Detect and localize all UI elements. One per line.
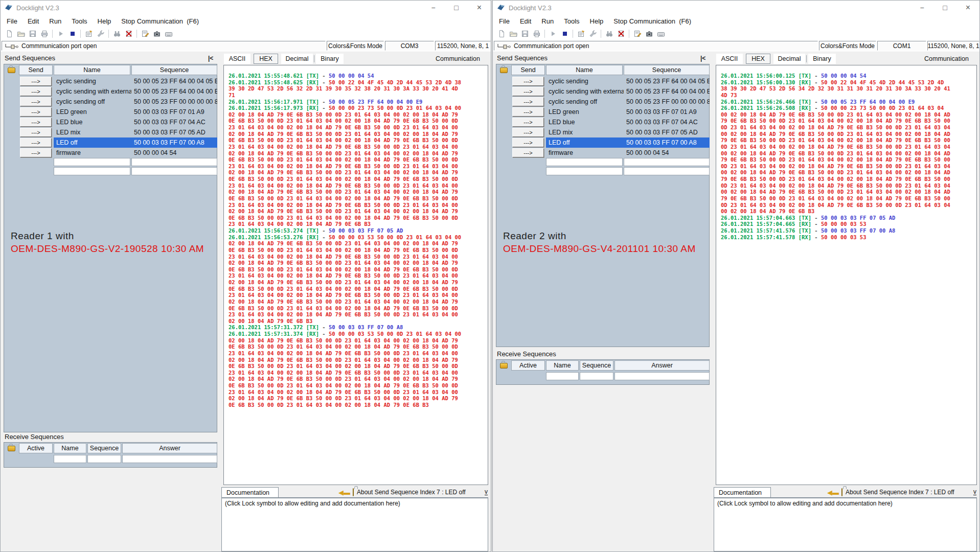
empty-receive-input[interactable] xyxy=(87,455,121,463)
column-header-name[interactable]: Name xyxy=(546,360,579,371)
clear-communication-icon[interactable] xyxy=(615,29,627,39)
communication-log[interactable]: 26.01.2021 15:56:00.125 [TX] - 50 00 00 … xyxy=(716,65,977,485)
lock-icon[interactable] xyxy=(8,67,15,73)
open-folder-icon[interactable] xyxy=(507,29,519,39)
sequence-bytes-cell[interactable]: 50 00 03 03 FF 07 05 AD xyxy=(131,127,217,137)
sequence-name-cell[interactable]: LED green xyxy=(54,107,131,117)
empty-sequence-input[interactable] xyxy=(131,167,217,175)
sequence-name-cell[interactable]: LED mix xyxy=(546,127,624,137)
documentation-text-area[interactable]: (Click Lock symbol to allow editing and … xyxy=(221,498,488,551)
tab-decimal[interactable]: Decimal xyxy=(281,54,313,64)
send-sequence-button[interactable]: ---> xyxy=(512,148,544,157)
sequence-bytes-cell[interactable]: 50 00 03 03 FF 07 01 A9 xyxy=(131,107,217,117)
play-icon[interactable] xyxy=(547,29,559,39)
sequence-bytes-cell[interactable]: 50 00 05 23 FF 64 00 04 05 EC xyxy=(624,76,710,86)
sequence-bytes-cell[interactable]: 50 00 05 23 FF 00 00 00 00 89 xyxy=(624,97,710,107)
empty-name-input[interactable] xyxy=(546,158,623,166)
sequence-bytes-cell[interactable]: 50 00 03 03 FF 07 00 A8 xyxy=(624,137,710,148)
sequence-bytes-cell[interactable]: 50 00 03 03 FF 07 05 AD xyxy=(624,127,710,137)
column-header-sequence[interactable]: Sequence xyxy=(87,443,121,453)
sequence-bytes-cell[interactable]: 50 00 03 03 FF 07 04 AC xyxy=(624,117,710,127)
sequence-name-cell[interactable]: cyclic sending xyxy=(546,76,624,86)
keyboard-console-icon[interactable] xyxy=(655,29,667,39)
save-icon[interactable] xyxy=(27,29,38,39)
tab-ascii[interactable]: ASCII xyxy=(716,54,743,64)
back-arrow-icon[interactable]: ◀▬ xyxy=(338,489,350,496)
sequence-properties-icon[interactable] xyxy=(575,29,587,39)
empty-name-input[interactable] xyxy=(54,158,130,166)
tab-binary[interactable]: Binary xyxy=(808,54,836,64)
sequence-name-cell[interactable]: LED off xyxy=(546,137,624,148)
options-wrench-icon[interactable] xyxy=(95,29,106,39)
sequence-properties-icon[interactable] xyxy=(83,29,95,39)
tab-decimal[interactable]: Decimal xyxy=(773,54,805,64)
maximize-button[interactable]: □ xyxy=(445,1,468,15)
lock-icon[interactable] xyxy=(353,488,354,496)
menu-item-edit[interactable]: Edit xyxy=(22,17,44,25)
sequence-bytes-cell[interactable]: 50 00 05 23 FF 64 00 04 00 E9 xyxy=(624,86,710,97)
sequence-name-cell[interactable]: LED off xyxy=(54,137,131,148)
sequence-name-cell[interactable]: cyclic sending with external L... xyxy=(546,86,624,97)
snapshot-camera-icon[interactable] xyxy=(643,29,655,39)
tab-binary[interactable]: Binary xyxy=(316,54,344,64)
sequence-name-cell[interactable]: cyclic sending xyxy=(54,76,131,86)
send-sequence-button[interactable]: ---> xyxy=(20,97,52,106)
find-binoculars-icon[interactable] xyxy=(603,29,615,39)
menu-item-help[interactable]: Help xyxy=(93,17,117,25)
tab-hex[interactable]: HEX xyxy=(254,54,278,64)
menu-item-run[interactable]: Run xyxy=(536,17,559,25)
empty-receive-input[interactable] xyxy=(580,372,613,380)
sequence-name-cell[interactable]: LED blue xyxy=(546,117,624,127)
lock-icon[interactable] xyxy=(500,363,508,369)
edit-notes-icon[interactable] xyxy=(631,29,643,39)
column-header-send[interactable]: Send xyxy=(19,65,53,75)
documentation-collapse-button[interactable]: v xyxy=(485,489,488,495)
sequence-bytes-cell[interactable]: 50 00 05 23 FF 64 00 04 00 E9 xyxy=(131,86,217,97)
column-header-sequence[interactable]: Sequence xyxy=(131,65,217,75)
empty-name-input[interactable] xyxy=(54,167,130,175)
back-arrow-icon[interactable]: ◀▬ xyxy=(827,489,839,496)
empty-receive-input[interactable] xyxy=(122,455,217,463)
clear-communication-icon[interactable] xyxy=(123,29,134,39)
print-icon[interactable] xyxy=(38,29,50,39)
lock-icon[interactable] xyxy=(500,67,508,73)
snapshot-camera-icon[interactable] xyxy=(151,29,163,39)
save-icon[interactable] xyxy=(519,29,531,39)
status-port-params[interactable]: 115200, None, 8, 1 xyxy=(435,41,491,51)
send-panel-collapse-button[interactable]: |< xyxy=(208,55,213,62)
menu-item-file[interactable]: File xyxy=(494,17,515,25)
options-wrench-icon[interactable] xyxy=(587,29,599,39)
status-mode[interactable]: Colors&Fonts Mode xyxy=(819,41,876,51)
column-header-answer[interactable]: Answer xyxy=(614,360,710,371)
send-sequence-button[interactable]: ---> xyxy=(512,107,544,117)
keyboard-console-icon[interactable] xyxy=(163,29,174,39)
menu-item-tools[interactable]: Tools xyxy=(66,17,92,25)
tab-documentation[interactable]: Documentation xyxy=(714,487,771,497)
column-header-active[interactable]: Active xyxy=(19,443,53,453)
sequence-name-cell[interactable]: LED green xyxy=(546,107,624,117)
menu-item-edit[interactable]: Edit xyxy=(515,17,536,25)
send-sequence-button[interactable]: ---> xyxy=(512,87,544,96)
close-button[interactable]: × xyxy=(468,1,491,15)
lock-icon[interactable] xyxy=(841,488,842,496)
tab-ascii[interactable]: ASCII xyxy=(224,54,250,64)
sequence-name-cell[interactable]: firmware xyxy=(546,148,624,158)
empty-sequence-input[interactable] xyxy=(624,167,710,175)
menu-item-tools[interactable]: Tools xyxy=(559,17,584,25)
title-bar[interactable]: Docklight V2.3 − □ × xyxy=(1,1,491,15)
open-folder-icon[interactable] xyxy=(15,29,27,39)
sequence-name-cell[interactable]: LED mix xyxy=(54,127,131,137)
empty-name-input[interactable] xyxy=(546,167,623,175)
sequence-bytes-cell[interactable]: 50 00 03 03 FF 07 04 AC xyxy=(131,117,217,127)
find-binoculars-icon[interactable] xyxy=(111,29,123,39)
communication-log[interactable]: 26.01.2021 15:55:48.621 [TX] - 50 00 00 … xyxy=(223,65,488,485)
title-bar[interactable]: Docklight V2.3 − □ × xyxy=(493,1,979,15)
menu-item-stop[interactable]: Stop Communication (F6) xyxy=(608,17,696,25)
column-header-send[interactable]: Send xyxy=(511,65,545,75)
sequence-bytes-cell[interactable]: 50 00 03 03 FF 07 01 A9 xyxy=(624,107,710,117)
menu-item-file[interactable]: File xyxy=(2,17,22,25)
documentation-collapse-button[interactable]: v xyxy=(973,489,976,495)
empty-receive-input[interactable] xyxy=(546,372,579,380)
empty-sequence-input[interactable] xyxy=(131,158,217,166)
send-sequence-button[interactable]: ---> xyxy=(512,128,544,137)
